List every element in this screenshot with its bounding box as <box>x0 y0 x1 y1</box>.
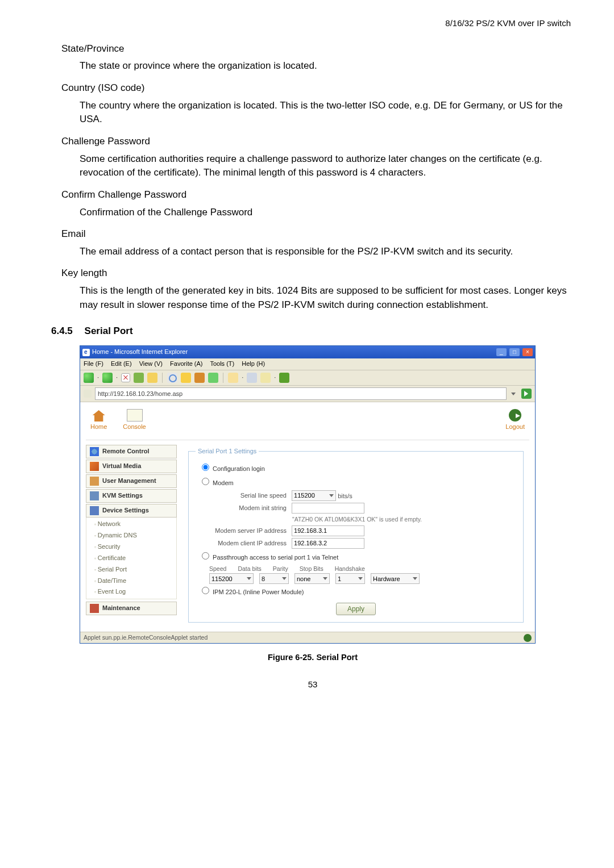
mail-icon[interactable] <box>260 373 271 383</box>
menu-file[interactable]: File (F) <box>84 360 103 367</box>
back-icon[interactable] <box>84 373 94 383</box>
term-keylen: Key length <box>61 266 574 281</box>
refresh-icon[interactable] <box>134 373 144 383</box>
remote-icon <box>90 447 99 456</box>
maint-icon <box>90 604 99 613</box>
go-button[interactable] <box>521 389 532 399</box>
term-state: State/Province <box>61 42 574 56</box>
ie-title: Home - Microsoft Internet Explorer <box>82 348 188 357</box>
init-string-input[interactable] <box>292 503 364 514</box>
radio-config-login[interactable]: Configuration login <box>199 462 516 474</box>
radio-modem-label: Modem <box>213 479 234 486</box>
sidebar-sub-datetime[interactable]: Date/Time <box>86 575 176 587</box>
sidebar-maintenance[interactable]: Maintenance <box>86 602 177 615</box>
forward-icon[interactable] <box>102 373 113 383</box>
sidebar-sub-serial-port[interactable]: Serial Port <box>86 564 176 575</box>
menu-edit[interactable]: Edit (E) <box>111 360 132 367</box>
radio-modem[interactable]: Modem <box>199 476 516 488</box>
sidebar-user-management[interactable]: User Management <box>86 474 177 488</box>
address-input[interactable] <box>95 387 507 400</box>
nav-console[interactable]: Console <box>123 409 146 432</box>
sidebar-item-label: Device Settings <box>102 506 149 515</box>
nav-console-label: Console <box>123 423 146 430</box>
maximize-button[interactable]: □ <box>509 348 520 356</box>
doc-header-product: 8/16/32 PS/2 KVM over IP switch <box>51 17 571 30</box>
sidebar-kvm-settings[interactable]: KVM Settings <box>86 489 177 503</box>
sidebar-item-label: User Management <box>102 477 156 486</box>
sidebar-remote-control[interactable]: Remote Control <box>86 445 177 458</box>
passthru-h-speed: Speed <box>209 565 226 573</box>
ie-titlebar[interactable]: Home - Microsoft Internet Explorer _ □ × <box>80 346 535 358</box>
sidebar-sub-ddns[interactable]: Dynamic DNS <box>86 530 176 541</box>
desc-confirm: Confirmation of the Challenge Password <box>80 206 574 220</box>
server-ip-input[interactable] <box>292 525 364 536</box>
radio-config-input[interactable] <box>202 464 209 471</box>
radio-passthru-label: Passthrough access to serial port 1 via … <box>213 554 338 561</box>
internet-zone-icon <box>524 634 532 642</box>
sidebar-item-label: Virtual Media <box>102 462 141 471</box>
passthru-handshake-select[interactable] <box>371 573 420 584</box>
ie-toolbar: · · · · <box>80 370 535 386</box>
init-string-hint: "ATZH0 OK ATL0M0&K3X1 OK" is used if emp… <box>292 515 516 524</box>
sidebar-device-settings[interactable]: Device Settings <box>86 504 177 518</box>
menu-view[interactable]: View (V) <box>139 360 163 367</box>
nav-logout[interactable]: Logout <box>505 409 525 432</box>
console-nav-icon <box>127 409 143 422</box>
messenger-icon[interactable] <box>279 373 289 383</box>
sidebar-virtual-media[interactable]: Virtual Media <box>86 460 177 473</box>
users-icon <box>90 477 99 486</box>
sidebar-item-label: Remote Control <box>102 447 150 456</box>
logout-nav-icon <box>509 409 521 422</box>
line-speed-select[interactable] <box>292 490 336 501</box>
radio-ipm-input[interactable] <box>202 587 209 594</box>
nav-home-label: Home <box>90 423 107 430</box>
nav-home[interactable]: Home <box>90 410 107 432</box>
passthru-stopbits-select[interactable] <box>335 573 365 584</box>
radio-passthru[interactable]: Passthrough access to serial port 1 via … <box>199 550 516 562</box>
stop-icon[interactable] <box>121 373 130 382</box>
desc-country: The country where the organization is lo… <box>80 99 574 127</box>
serial-fieldset: Serial Port 1 Settings Configuration log… <box>188 447 524 623</box>
radio-ipm-label: IPM 220-L (Inline Power Module) <box>213 589 304 595</box>
sidebar-device-submenu: Network Dynamic DNS Security Certificate… <box>86 518 177 600</box>
passthru-databits-select[interactable] <box>259 573 289 584</box>
favorites-icon[interactable] <box>181 373 191 383</box>
line-speed-unit: bits/s <box>338 492 352 499</box>
sidebar-sub-eventlog[interactable]: Event Log <box>86 586 176 598</box>
menu-help[interactable]: Help (H) <box>242 360 265 367</box>
media-sb-icon <box>90 462 99 471</box>
search-icon[interactable] <box>167 373 177 383</box>
apply-button[interactable]: Apply <box>336 603 376 615</box>
media-icon[interactable] <box>194 373 205 383</box>
close-button[interactable]: × <box>522 348 533 356</box>
menu-tools[interactable]: Tools (T) <box>210 360 234 367</box>
app-body: Home Console Logout Remote Control Virtu… <box>80 402 535 632</box>
sidebar-sub-certificate[interactable]: Certificate <box>86 553 176 564</box>
sidebar-sub-network[interactable]: Network <box>86 519 176 530</box>
ie-app-icon <box>82 349 90 356</box>
ie-status-text: Applet sun.pp.ie.RemoteConsoleApplet sta… <box>84 633 208 642</box>
app-topnav: Home Console Logout <box>86 407 529 440</box>
home-icon[interactable] <box>147 373 157 383</box>
menu-favorite[interactable]: Favorite (A) <box>170 360 202 367</box>
history-icon[interactable] <box>208 373 218 383</box>
sidebar-sub-security[interactable]: Security <box>86 541 176 553</box>
home-nav-icon <box>93 410 105 422</box>
term-email: Email <box>61 227 574 241</box>
passthru-speed-select[interactable] <box>209 573 254 584</box>
line-speed-label: Serial line speed <box>196 491 287 500</box>
client-ip-input[interactable] <box>292 538 364 549</box>
page-icon <box>84 390 92 398</box>
radio-ipm[interactable]: IPM 220-L (Inline Power Module) <box>199 585 516 597</box>
toolbar-separator <box>223 373 223 383</box>
passthru-parity-select[interactable] <box>294 573 330 584</box>
address-dropdown[interactable] <box>510 389 518 399</box>
folder-icon[interactable] <box>228 373 238 383</box>
nav-logout-label: Logout <box>505 423 525 430</box>
minimize-button[interactable]: _ <box>496 348 507 356</box>
radio-passthru-input[interactable] <box>202 552 209 560</box>
radio-modem-input[interactable] <box>202 478 209 485</box>
print-icon[interactable] <box>247 373 257 383</box>
passthru-h-parity: Parity <box>273 565 288 573</box>
server-ip-label: Modem server IP address <box>196 527 287 536</box>
